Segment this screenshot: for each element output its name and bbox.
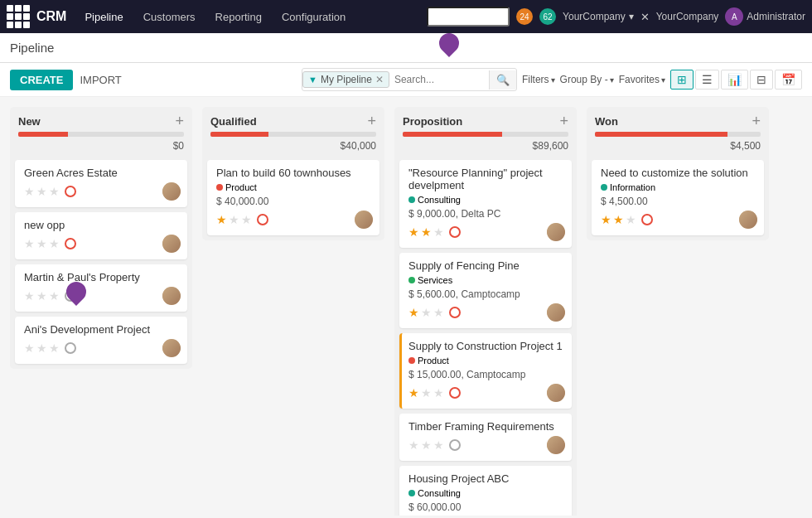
global-search-input[interactable] (427, 7, 510, 27)
kanban-card[interactable]: "Resource Planning" project develpment C… (399, 160, 572, 248)
priority-circle-icon[interactable] (449, 387, 461, 399)
star-icon[interactable]: ★ (24, 289, 35, 303)
col-progress-qualified (210, 132, 376, 137)
card-amount: $ 9,000.00, Delta PC (408, 208, 565, 220)
kanban-card[interactable]: Green Acres Estate ★★★ (15, 160, 187, 207)
star-icon[interactable]: ★ (433, 225, 444, 239)
col-add-proposition[interactable]: + (559, 114, 568, 128)
star-icon[interactable]: ★ (229, 213, 239, 226)
filter-icon: ▼ (308, 75, 317, 85)
star-icon[interactable]: ★ (36, 341, 47, 355)
priority-circle-icon[interactable] (449, 226, 461, 238)
notification-badge-2[interactable]: 62 (539, 8, 556, 25)
priority-circle-icon[interactable] (449, 307, 461, 318)
filters-dropdown[interactable]: Filters (522, 74, 555, 85)
kanban-col-proposition: Proposition + $89,600 "Resource Planning… (394, 107, 577, 516)
kanban-card[interactable]: Martin & Paul's Property ★★★ (15, 264, 187, 312)
kanban-card[interactable]: Supply to Construction Project 1 Product… (399, 333, 572, 409)
star-icon[interactable]: ★ (408, 438, 419, 452)
kanban-card[interactable]: Housing Project ABC Consulting $ 60,000.… (399, 466, 572, 516)
star-icon[interactable]: ★ (36, 237, 47, 250)
star-icon[interactable]: ★ (49, 289, 60, 303)
star-icon[interactable]: ★ (36, 289, 47, 303)
tag-label: Product (225, 182, 257, 192)
col-add-qualified[interactable]: + (367, 114, 376, 128)
favorites-dropdown[interactable]: Favorites (619, 74, 665, 85)
star-icon[interactable]: ★ (36, 185, 47, 198)
kanban-card[interactable]: Need to customize the solution Informati… (592, 160, 764, 235)
star-icon[interactable]: ★ (24, 341, 35, 355)
kanban-card[interactable]: Plan to build 60 townhouses Product $ 40… (207, 160, 379, 235)
card-title: Martin & Paul's Property (24, 271, 181, 283)
chart-view-icon[interactable]: 📊 (721, 70, 748, 90)
kanban-card[interactable]: Ani's Development Project ★★★ (15, 317, 187, 364)
star-icon[interactable]: ★ (241, 213, 252, 226)
company-selector[interactable]: YourCompany ▾ (563, 11, 634, 22)
app-grid-icon[interactable] (7, 5, 30, 28)
remove-tag-icon[interactable]: ✕ (375, 74, 384, 85)
priority-circle-icon[interactable] (65, 342, 76, 354)
star-icon[interactable]: ★ (601, 213, 611, 226)
priority-circle-icon[interactable] (65, 186, 76, 197)
tag-dot-icon (216, 184, 223, 191)
import-button[interactable]: IMPORT (80, 74, 121, 86)
star-icon[interactable]: ★ (433, 386, 444, 399)
star-icon[interactable]: ★ (433, 306, 444, 319)
star-icon[interactable]: ★ (626, 213, 636, 226)
kanban-card[interactable]: Supply of Fencing Pine Services $ 5,600.… (399, 253, 572, 328)
kanban-card[interactable]: Timber Framing Requirements ★★★ (399, 414, 572, 461)
search-input[interactable] (389, 74, 489, 85)
menu-pipeline[interactable]: Pipeline (76, 7, 131, 27)
priority-circle-icon[interactable] (449, 439, 461, 451)
menu-customers[interactable]: Customers (135, 7, 204, 27)
priority-circle-icon[interactable] (257, 214, 268, 225)
card-avatar (739, 211, 757, 229)
card-title: Supply of Fencing Pine (408, 259, 565, 272)
toolbar: CREATE IMPORT ▼ My Pipeline ✕ 🔍 Filters … (0, 63, 812, 97)
star-icon[interactable]: ★ (49, 341, 60, 355)
star-icon[interactable]: ★ (49, 237, 60, 250)
notification-badge-1[interactable]: 24 (516, 8, 533, 25)
priority-circle-icon[interactable] (65, 238, 76, 249)
kanban-card[interactable]: new opp ★★★ (15, 212, 187, 259)
top-navigation: CRM Pipeline Customers Reporting Configu… (0, 0, 812, 33)
col-add-new[interactable]: + (175, 114, 184, 128)
tag-label: Consulting (418, 195, 461, 205)
star-icon[interactable]: ★ (421, 386, 432, 399)
table-view-icon[interactable]: ⊟ (750, 70, 773, 90)
search-tag-my-pipeline[interactable]: ▼ My Pipeline ✕ (302, 71, 389, 88)
close-icon[interactable]: ✕ (640, 11, 650, 23)
list-view-icon[interactable]: ☰ (695, 70, 719, 90)
col-add-won[interactable]: + (752, 114, 761, 128)
col-title-qualified: Qualified (210, 115, 364, 128)
search-go-icon[interactable]: 🔍 (489, 70, 516, 90)
card-avatar (547, 384, 565, 402)
star-icon[interactable]: ★ (408, 386, 419, 399)
star-icon[interactable]: ★ (216, 213, 227, 226)
star-icon[interactable]: ★ (408, 225, 419, 239)
card-tag: Consulting (408, 195, 565, 205)
create-button[interactable]: CREATE (10, 70, 73, 90)
calendar-view-icon[interactable]: 📅 (775, 70, 802, 90)
star-icon[interactable]: ★ (24, 237, 35, 250)
menu-configuration[interactable]: Configuration (273, 7, 354, 27)
star-icon[interactable]: ★ (49, 185, 60, 198)
col-progress-new (18, 132, 184, 137)
star-icon[interactable]: ★ (421, 306, 432, 319)
admin-menu[interactable]: A Administrator (725, 7, 805, 26)
star-icon[interactable]: ★ (24, 185, 35, 198)
star-icon[interactable]: ★ (613, 213, 624, 226)
kanban-col-new: New + $0 Green Acres Estate ★★★ new opp … (10, 107, 192, 369)
kanban-board: New + $0 Green Acres Estate ★★★ new opp … (0, 97, 812, 516)
star-icon[interactable]: ★ (421, 225, 432, 239)
star-icon[interactable]: ★ (433, 438, 444, 452)
menu-reporting[interactable]: Reporting (207, 7, 270, 27)
groupby-dropdown[interactable]: Group By - (560, 74, 614, 85)
priority-circle-icon[interactable] (641, 214, 653, 225)
star-icon[interactable]: ★ (421, 438, 432, 452)
card-footer: ★★★ (24, 287, 181, 305)
kanban-view-icon[interactable]: ⊞ (670, 70, 694, 90)
tag-label: Services (418, 275, 452, 285)
star-icon[interactable]: ★ (408, 306, 419, 319)
tag-dot-icon (408, 196, 415, 203)
